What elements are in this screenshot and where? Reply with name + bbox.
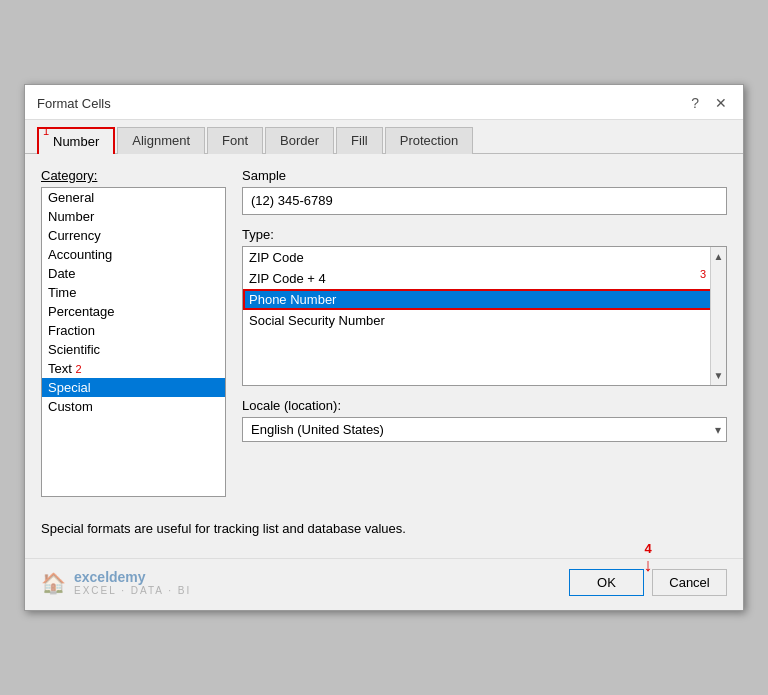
category-item-date[interactable]: Date [42,264,225,283]
right-panel: Sample (12) 345-6789 Type: ZIP Code ZIP … [242,168,727,497]
tab-alignment[interactable]: Alignment [117,127,205,154]
type-scrollbar[interactable]: ▲ ▼ [710,247,726,385]
type-item-zipcode[interactable]: ZIP Code [243,247,726,268]
title-bar-right: ? ✕ [687,93,731,113]
category-item-scientific[interactable]: Scientific [42,340,225,359]
text-badge: 2 [75,363,81,375]
brand-tagline: EXCEL · DATA · BI [74,585,191,596]
tab-protection[interactable]: Protection [385,127,474,154]
footer-buttons: 4 ↓ OK Cancel [569,569,727,596]
locale-label: Locale (location): [242,398,727,413]
type-list: ZIP Code ZIP Code + 4 3 Phone Number Soc… [243,247,726,385]
category-item-general[interactable]: General [42,188,225,207]
type-item-ssn[interactable]: Social Security Number [243,310,726,331]
locale-select[interactable]: English (United States) English (United … [242,417,727,442]
dialog-footer: 🏠 exceldemy EXCEL · DATA · BI 4 ↓ OK Can… [25,558,743,610]
type-item-zipcode4[interactable]: ZIP Code + 4 3 [243,268,726,289]
category-list-container: General Number Currency Accounting Date … [41,187,226,497]
tab-font[interactable]: Font [207,127,263,154]
left-panel: Category: General Number Currency Accoun… [41,168,226,497]
cancel-button[interactable]: Cancel [652,569,727,596]
category-item-fraction[interactable]: Fraction [42,321,225,340]
type-item-phone[interactable]: Phone Number [243,289,726,310]
category-list: General Number Currency Accounting Date … [41,187,226,497]
tab-number[interactable]: 1 Number [37,127,115,154]
brand-icon: 🏠 [41,571,66,595]
category-item-text[interactable]: Text 2 [42,359,225,378]
footer-branding: 🏠 exceldemy EXCEL · DATA · BI [41,569,569,596]
arrow-number: 4 [644,541,651,556]
type-label: Type: [242,227,727,242]
type-list-container: ZIP Code ZIP Code + 4 3 Phone Number Soc… [242,246,727,386]
dialog-title: Format Cells [37,96,111,111]
sample-value: (12) 345-6789 [242,187,727,215]
category-item-currency[interactable]: Currency [42,226,225,245]
type-section: Type: ZIP Code ZIP Code + 4 3 Phone Numb… [242,227,727,386]
arrow-down-icon: ↓ [644,556,653,574]
scroll-up-icon[interactable]: ▲ [712,249,726,264]
category-item-accounting[interactable]: Accounting [42,245,225,264]
category-item-percentage[interactable]: Percentage [42,302,225,321]
scroll-down-icon[interactable]: ▼ [712,368,726,383]
arrow-indicator: 4 ↓ [644,541,653,574]
sample-label: Sample [242,168,727,183]
tab-bar: 1 Number Alignment Font Border Fill Prot… [25,120,743,154]
zipcode4-badge: 3 [700,268,706,280]
main-content: Category: General Number Currency Accoun… [41,168,727,497]
close-button[interactable]: ✕ [711,93,731,113]
category-item-special[interactable]: Special [42,378,225,397]
locale-section: Locale (location): English (United State… [242,398,727,442]
category-item-number[interactable]: Number [42,207,225,226]
tab-fill[interactable]: Fill [336,127,383,154]
format-cells-dialog: Format Cells ? ✕ 1 Number Alignment Font… [24,84,744,611]
brand-name: exceldemy [74,569,191,585]
description-text: Special formats are useful for tracking … [41,513,727,544]
dialog-body: Category: General Number Currency Accoun… [25,154,743,558]
title-bar: Format Cells ? ✕ [25,85,743,120]
help-button[interactable]: ? [687,93,703,113]
brand-text: exceldemy EXCEL · DATA · BI [74,569,191,596]
ok-button[interactable]: OK [569,569,644,596]
sample-section: Sample (12) 345-6789 [242,168,727,215]
title-bar-left: Format Cells [37,96,111,111]
locale-select-wrapper: English (United States) English (United … [242,417,727,442]
tab-border[interactable]: Border [265,127,334,154]
tab-number-badge: 1 [43,125,49,137]
category-label: Category: [41,168,226,183]
category-item-custom[interactable]: Custom [42,397,225,416]
category-item-time[interactable]: Time [42,283,225,302]
